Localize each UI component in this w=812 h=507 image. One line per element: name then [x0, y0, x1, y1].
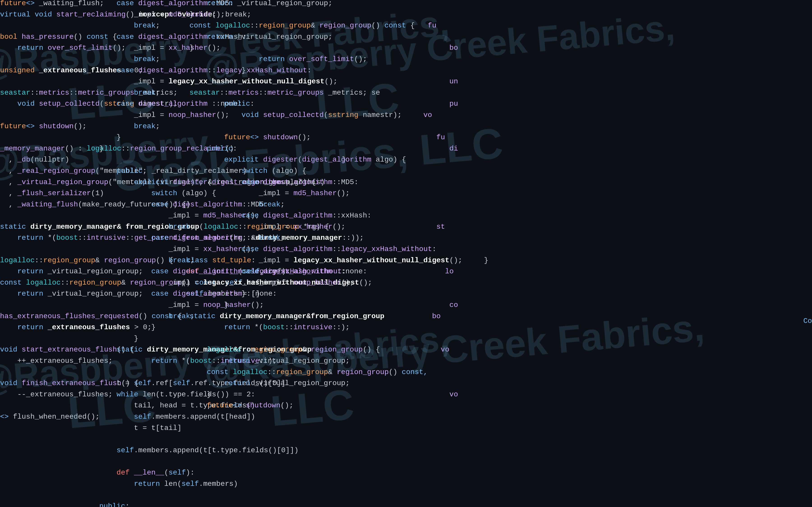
code-column-right: return _virtual_region_group; } const lo… [190, 0, 316, 411]
code-column-center: case digest_algorithm::MD5: _impl = md5_… [99, 0, 201, 507]
code-display: future<> _waiting_flush; virtual void st… [0, 0, 812, 507]
code-column-left: future<> _waiting_flush; virtual void st… [0, 0, 97, 422]
truncated-code-right: Co [803, 316, 812, 327]
